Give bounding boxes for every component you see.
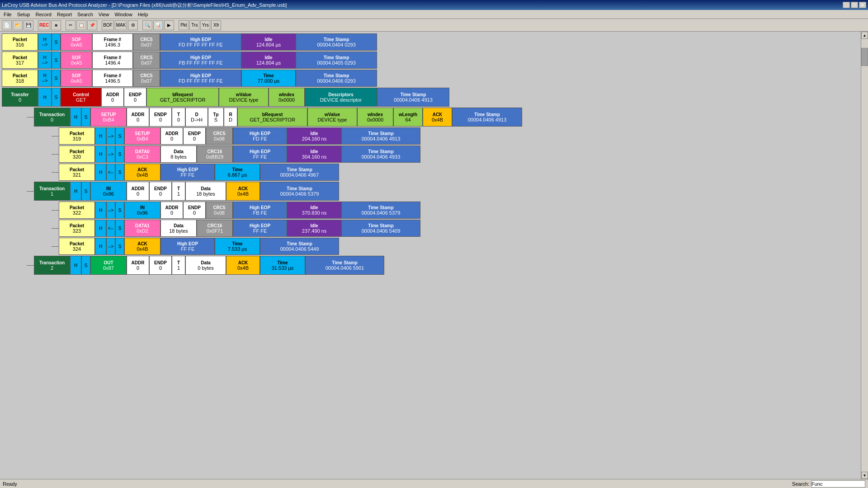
ack-t1: ACK 0x4B (226, 182, 260, 201)
xfr-button[interactable]: Xfr (211, 20, 221, 30)
menu-window[interactable]: Window (112, 11, 135, 18)
tp-t0: Tp S (208, 108, 224, 127)
scroll-thumb[interactable] (861, 48, 868, 66)
descriptors-transfer: Descriptors DEVICE descriptor (305, 88, 377, 107)
endp-322: ENDP 0 (183, 202, 206, 219)
minimize-button[interactable]: _ (843, 2, 850, 8)
wvalue-t0: wValue DEVICE type (307, 108, 357, 127)
sof-318: SOF 0xA5 (61, 70, 92, 87)
packet-label-316: Packet 316 (2, 33, 38, 51)
packet-row-321: Packet 321 H <-- S ACK 0x4B High EOP FF … (52, 164, 866, 181)
dir-val-323: <-- (106, 220, 115, 237)
t-t0: T 0 (172, 108, 185, 127)
dir-s-316: S (52, 33, 61, 51)
search-input[interactable] (811, 480, 865, 488)
scroll-down-button[interactable]: ▼ (861, 472, 868, 479)
dir-val-324: --> (106, 238, 115, 255)
menu-record[interactable]: Record (33, 11, 54, 18)
dir-s-321: S (115, 164, 124, 181)
transaction-label-2: Transaction 2 (34, 256, 70, 275)
addr-t2: ADDR 0 (127, 256, 149, 275)
timestamp-319: Time Stamp 00004.0406 4913 (341, 127, 420, 145)
in-322: IN 0x96 (124, 202, 160, 219)
search-label: Search: (792, 481, 809, 487)
transfer-row-0: Transfer 0 H S Control GET ADDR 0 ENDP 0… (2, 88, 866, 107)
menu-setup[interactable]: Setup (14, 11, 33, 18)
menu-search[interactable]: Search (75, 11, 96, 18)
menu-report[interactable]: Report (54, 11, 75, 18)
packet-row-322: Packet 322 H --> S IN 0x96 ADDR 0 ENDP 0… (52, 202, 866, 219)
dir-h-t2: H (70, 256, 81, 275)
status-bar: Ready Search: (0, 479, 868, 488)
scroll-up-button[interactable]: ▲ (861, 32, 868, 39)
packet-label-320: Packet 320 (59, 145, 95, 163)
dir-s-322: S (115, 202, 124, 219)
mak-button[interactable]: MAK (115, 20, 127, 30)
menu-help[interactable]: Help (135, 11, 151, 18)
yrs-button[interactable]: Yrs (200, 20, 210, 30)
packet-label-318: Packet 318 (2, 70, 38, 87)
in-t1: IN 0x96 (90, 182, 127, 201)
dir-h-321: H (95, 164, 106, 181)
filter-button[interactable]: 🔍 (142, 20, 152, 30)
higheop-320: High EOP FF FE (233, 145, 287, 163)
main-content[interactable]: Packet 316 H --> S SOF 0xA5 Frame # 1496… (0, 32, 868, 479)
crc16-323: CRC16 0x0F71 (197, 220, 233, 237)
idle-323: Idle 237.490 ns (287, 220, 341, 237)
dir-h-transfer: H (38, 88, 52, 107)
play-button[interactable]: ▶ (164, 20, 174, 30)
higheop-323: High EOP FF FE (233, 220, 287, 237)
setup-319: SETUP 0xB4 (124, 127, 160, 145)
dir-s-319: S (115, 127, 124, 145)
dir-s-317: S (52, 52, 61, 69)
ack-t2: ACK 0x4B (226, 256, 260, 275)
dir-val-321: <-- (106, 164, 115, 181)
pkt-button[interactable]: Pkt (179, 20, 189, 30)
idle-316: Idle 124.804 µs (241, 33, 296, 51)
packet-row-320: Packet 320 H --> S DATA0 0xC3 Data 8 byt… (52, 145, 866, 163)
status-text: Ready (3, 481, 17, 487)
copy-button[interactable]: 📋 (76, 20, 86, 30)
scrollbar[interactable]: ▲ ▼ (861, 32, 868, 479)
idle-322: Idle 370.830 ns (287, 202, 341, 219)
data-320: Data 8 bytes (160, 145, 197, 163)
settings-button[interactable]: ⚙ (128, 20, 138, 30)
timestamp-316: Time Stamp 00004.0404 0293 (296, 33, 377, 51)
chart-button[interactable]: 📊 (153, 20, 163, 30)
timestamp-320: Time Stamp 00004.0406 4933 (341, 145, 420, 163)
idle-319: Idle 204.160 ns (287, 127, 341, 145)
save-button[interactable]: 💾 (24, 20, 33, 30)
transaction-row-2: Transaction 2 H S OUT 0x87 ADDR 0 ENDP 0… (27, 256, 866, 275)
stop-button[interactable]: ■ (51, 20, 61, 30)
menu-file[interactable]: File (1, 11, 14, 18)
wvalue-transfer: wValue DEVICE type (219, 88, 269, 107)
packet-row-324: Packet 324 H --> S ACK 0x4B High EOP FF … (52, 238, 866, 255)
paste-button[interactable]: 📌 (87, 20, 97, 30)
packet-label-317: Packet 317 (2, 52, 38, 69)
packet-row-317: Packet 317 H --> S SOF 0xA5 Frame # 1496… (2, 52, 866, 69)
open-button[interactable]: 📂 (13, 20, 23, 30)
idle-320: Idle 304.160 ns (287, 145, 341, 163)
packet-row-318: Packet 318 H --> S SOF 0xA5 Frame # 1496… (2, 70, 866, 87)
crc16-320: CRC16 0xBB29 (197, 145, 233, 163)
dir-h-324: H (95, 238, 106, 255)
menu-view[interactable]: View (96, 11, 112, 18)
maximize-button[interactable]: □ (851, 2, 858, 8)
dir-h-316: H --> (38, 33, 52, 51)
trs-button[interactable]: Trs (189, 20, 199, 30)
dir-h-323: H (95, 220, 106, 237)
bof-button[interactable]: BOF (102, 20, 114, 30)
crc5-317: CRC5 0x07 (133, 52, 160, 69)
new-button[interactable]: 📄 (2, 20, 12, 30)
wlength-t0: wLength 64 (393, 108, 423, 127)
close-button[interactable]: ✕ (859, 2, 866, 8)
window-controls[interactable]: _ □ ✕ (843, 2, 866, 8)
time-321: Time 6.867 µs (215, 164, 260, 181)
higheop-319: High EOP FD FE (233, 127, 287, 145)
packet-row-319: Packet 319 H --> S SETUP 0xB4 ADDR 0 END… (52, 127, 866, 145)
dir-h-320: H (95, 145, 106, 163)
rec-button[interactable]: REC (38, 20, 50, 30)
dir-s-t2: S (81, 256, 90, 275)
dir-s-t0: S (81, 108, 90, 127)
cut-button[interactable]: ✂ (66, 20, 75, 30)
